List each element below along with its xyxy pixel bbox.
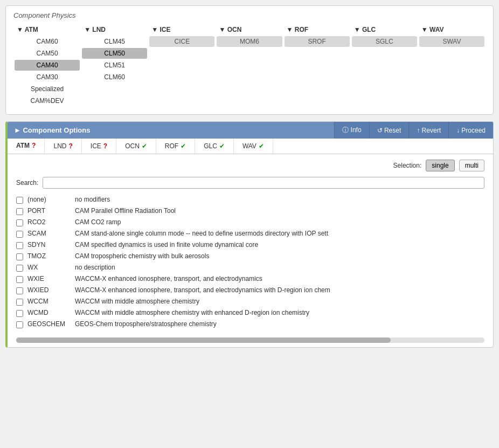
physics-col-header: ▼ ATM (13, 24, 81, 36)
physics-cell (418, 59, 486, 71)
option-checkbox[interactable] (16, 287, 23, 294)
option-description: no modifiers (75, 196, 110, 203)
option-name: SDYN (27, 241, 71, 249)
option-row: WXIEDWACCM-X enhanced ionosphere, transp… (16, 285, 484, 296)
physics-cell[interactable]: SROF (285, 36, 350, 47)
option-checkbox[interactable] (16, 208, 23, 215)
physics-cell[interactable]: CAM30 (15, 72, 80, 82)
option-checkbox[interactable] (16, 299, 23, 306)
reset-button[interactable]: ↺ Reset (369, 122, 409, 139)
option-description: CAM tropospheric chemistry with bulk aer… (75, 252, 209, 260)
option-name: WXIE (27, 275, 71, 282)
single-selection-button[interactable]: single (426, 160, 454, 171)
tab-lnd[interactable]: LND ? (45, 139, 81, 154)
option-row: GEOSCHEMGEOS-Chem troposphere/stratosphe… (16, 319, 484, 330)
option-row: TMOZCAM tropospheric chemistry with bulk… (16, 251, 484, 262)
tab-ocn[interactable]: OCN ✔ (116, 139, 156, 154)
tab-status: ✔ (259, 142, 264, 150)
option-checkbox[interactable] (16, 276, 23, 283)
physics-cell[interactable]: CLM51 (82, 60, 147, 71)
physics-cell (148, 59, 216, 71)
physics-cell (283, 47, 351, 59)
proceed-button[interactable]: ↓ Proceed (448, 122, 493, 139)
scrollbar-thumb (16, 337, 391, 343)
physics-cell[interactable]: MOM6 (217, 36, 282, 47)
option-description: CAM Parallel Offline Radiation Tool (75, 207, 176, 215)
physics-cell (216, 59, 283, 71)
option-row: RCO2CAM CO2 ramp (16, 217, 484, 228)
scrollbar-row (8, 335, 493, 347)
tab-status: ✔ (181, 142, 186, 150)
physics-cell (283, 71, 351, 83)
physics-cell[interactable]: CAM40 (15, 60, 80, 71)
tab-atm[interactable]: ATM ? (8, 139, 45, 154)
tab-wav[interactable]: WAV ✔ (234, 139, 273, 154)
option-row: WXIEWACCM-X enhanced ionosphere, transpo… (16, 273, 484, 285)
search-row: Search: (8, 174, 493, 194)
option-checkbox[interactable] (16, 242, 23, 249)
physics-cell[interactable]: CAM%DEV (15, 95, 80, 106)
multi-selection-button[interactable]: multi (459, 160, 484, 171)
options-panel-title: ► Component Options (8, 122, 334, 139)
tab-glc[interactable]: GLC ✔ (195, 139, 234, 154)
physics-cell[interactable]: CICE (149, 36, 214, 47)
option-checkbox[interactable] (16, 321, 23, 328)
physics-cell[interactable]: CLM50 (82, 48, 147, 59)
tab-rof[interactable]: ROF ✔ (156, 139, 195, 154)
option-row: PORTCAM Parallel Offline Radiation Tool (16, 205, 484, 217)
option-row: (none)no modifiers (16, 194, 484, 205)
option-checkbox[interactable] (16, 253, 23, 260)
physics-cell[interactable]: Specialized (15, 84, 80, 94)
option-checkbox[interactable] (16, 310, 23, 317)
search-input[interactable] (43, 177, 484, 189)
physics-panel-title: Component Physics (13, 11, 486, 19)
option-description: WACCM-X enhanced ionosphere, transport, … (75, 275, 262, 282)
option-description: CAM stand-alone single column mode -- ne… (75, 230, 328, 237)
tab-status: ? (32, 142, 36, 149)
physics-col-header: ▼ GLC (351, 24, 418, 36)
option-checkbox[interactable] (16, 265, 23, 272)
option-checkbox[interactable] (16, 197, 23, 204)
option-name: WX (27, 264, 71, 271)
tab-label: LND (53, 142, 66, 150)
physics-cell (351, 47, 418, 59)
option-row: WCCMWACCM with middle atmosphere chemist… (16, 296, 484, 307)
physics-cell[interactable]: CLM60 (82, 72, 147, 82)
physics-cell[interactable]: CAM60 (15, 36, 80, 47)
info-button[interactable]: ⓘ Info (334, 122, 369, 139)
physics-cell[interactable]: SWAV (419, 36, 484, 47)
options-list: (none)no modifiersPORTCAM Parallel Offli… (8, 194, 493, 335)
physics-cell[interactable]: CLM45 (82, 36, 147, 47)
physics-cell (148, 47, 216, 59)
tab-label: WAV (242, 142, 257, 150)
physics-cell (216, 95, 283, 107)
revert-button[interactable]: ↑ Revert (408, 122, 448, 139)
tab-label: OCN (125, 142, 140, 150)
option-checkbox[interactable] (16, 219, 23, 226)
physics-cell (148, 95, 216, 107)
physics-cell (216, 71, 283, 83)
tab-ice[interactable]: ICE ? (82, 139, 116, 154)
option-name: SCAM (27, 230, 71, 237)
option-name: TMOZ (27, 252, 71, 260)
physics-panel: Component Physics ▼ ATM▼ LND▼ ICE▼ OCN▼ … (5, 5, 494, 115)
physics-cell (351, 59, 418, 71)
tab-status: ? (68, 142, 72, 150)
physics-cell (418, 95, 486, 107)
physics-cell (216, 83, 283, 95)
physics-col-header: ▼ ICE (148, 24, 216, 36)
option-name: RCO2 (27, 218, 71, 226)
option-name: (none) (27, 196, 71, 203)
option-checkbox[interactable] (16, 231, 23, 238)
option-description: CAM CO2 ramp (75, 218, 121, 226)
physics-cell[interactable]: CAM50 (15, 48, 80, 59)
option-description: WACCM with middle atmosphere chemistry w… (75, 309, 309, 316)
scrollbar-track[interactable] (16, 337, 484, 343)
physics-cell (351, 83, 418, 95)
option-description: WACCM with middle atmosphere chemistry (75, 298, 199, 305)
physics-cell (418, 47, 486, 59)
option-name: WCMD (27, 309, 71, 316)
physics-cell (351, 95, 418, 107)
physics-cell (81, 95, 148, 107)
physics-cell[interactable]: SGLC (352, 36, 417, 47)
